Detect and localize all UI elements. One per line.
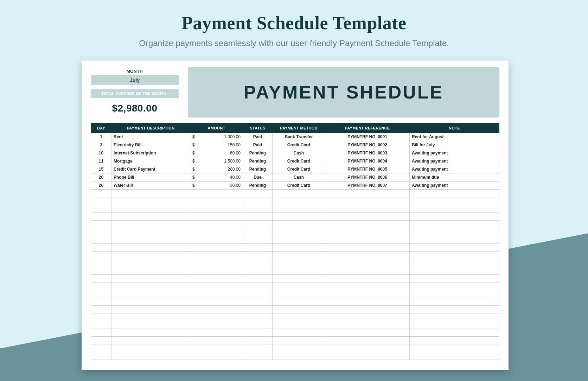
- cell-day: 1: [91, 133, 111, 141]
- cell-amount: $60.00: [190, 149, 243, 157]
- th-description: PAYMENT DESCRIPTION: [111, 123, 190, 133]
- cell-method: Cash: [273, 173, 325, 182]
- cell-reference: PYMNTRF NO. 0004: [325, 157, 410, 165]
- table-row-empty: [91, 213, 499, 221]
- table-row: 20Phone Bill$40.00DueCashPYMNTRF NO. 000…: [91, 173, 499, 182]
- table-row-empty: [91, 228, 499, 236]
- stage: Payment Schedule Template Organize payme…: [0, 0, 588, 381]
- payment-table: DAY PAYMENT DESCRIPTION AMOUNT STATUS PA…: [91, 123, 499, 360]
- table-row-empty: [91, 282, 499, 290]
- cell-note: Awaiting payment: [410, 157, 499, 165]
- month-value: July: [91, 75, 179, 85]
- table-row-empty: [91, 337, 499, 344]
- th-note: NOTE: [410, 123, 499, 133]
- table-row: 10Internet Subscription$60.00PendingCash…: [91, 149, 499, 157]
- cell-description: Water Bill: [111, 182, 190, 190]
- table-row-empty: [91, 275, 499, 282]
- cell-note: Awaiting payment: [410, 182, 499, 190]
- cell-note: Rent for August: [410, 133, 499, 141]
- table-row-empty: [91, 298, 499, 306]
- cell-reference: PYMNTRF NO. 0001: [325, 133, 410, 141]
- cell-reference: PYMNTRF NO. 0006: [325, 173, 410, 182]
- cell-description: Phone Bill: [111, 173, 190, 182]
- cell-description: Rent: [111, 133, 190, 141]
- table-row-empty: [91, 205, 499, 213]
- cell-method: Credit Card: [273, 157, 325, 165]
- table-row-empty: [91, 197, 499, 205]
- table-row: 15Credit Card Payment$200.00PendingCredi…: [91, 165, 499, 173]
- cell-status: Pending: [243, 182, 273, 190]
- total-value: $2,980.00: [91, 98, 179, 118]
- cell-status: Pending: [243, 149, 273, 157]
- table-row-empty: [91, 313, 499, 321]
- cell-day: 20: [91, 173, 111, 182]
- cell-status: Paid: [243, 141, 273, 149]
- table-row-empty: [91, 290, 499, 298]
- table-row-empty: [91, 259, 499, 267]
- cell-day: 15: [91, 165, 111, 173]
- cell-method: Credit Card: [273, 165, 325, 173]
- th-method: PAYMENT METHOD: [273, 123, 325, 133]
- th-day: DAY: [91, 123, 111, 133]
- cell-method: Cash: [273, 149, 325, 157]
- cell-method: Credit Card: [273, 141, 325, 149]
- cell-amount: $150.00: [190, 141, 243, 149]
- table-row-empty: [91, 236, 499, 244]
- th-status: STATUS: [243, 123, 273, 133]
- spreadsheet-card: MONTH July TOTAL EXPENSE OF THE MONTH: $…: [82, 61, 509, 370]
- table-row-empty: [91, 321, 499, 329]
- cell-description: Mortgage: [111, 157, 190, 165]
- table-body: 1Rent$1,000.00PaidBank TransferPYMNTRF N…: [91, 133, 499, 360]
- cell-status: Due: [243, 173, 273, 182]
- cell-status: Pending: [243, 165, 273, 173]
- total-label: TOTAL EXPENSE OF THE MONTH:: [91, 89, 179, 98]
- table-row: 11Mortgage$1,500.00PendingCredit CardPYM…: [91, 157, 499, 165]
- table-row-empty: [91, 252, 499, 259]
- page-header: Payment Schedule Template Organize payme…: [0, 0, 588, 48]
- table-row: 3Electricity Bill$150.00PaidCredit CardP…: [91, 141, 499, 149]
- th-reference: PAYMENT REFERENCE: [325, 123, 410, 133]
- cell-description: Electricity Bill: [111, 141, 190, 149]
- cell-reference: PYMNTRF NO. 0003: [325, 149, 410, 157]
- sheet-title: PAYMENT SHEDULE: [244, 82, 444, 103]
- cell-amount: $1,000.00: [190, 133, 243, 141]
- table-row-empty: [91, 329, 499, 337]
- cell-note: Minimum due: [410, 173, 499, 182]
- cell-amount: $30.00: [190, 182, 243, 190]
- summary-block: MONTH July TOTAL EXPENSE OF THE MONTH: $…: [91, 67, 179, 118]
- cell-method: Credit Card: [273, 182, 325, 190]
- cell-status: Paid: [243, 133, 273, 141]
- sheet-title-block: PAYMENT SHEDULE: [188, 67, 499, 118]
- cell-description: Internet Subscription: [111, 149, 190, 157]
- month-label: MONTH: [91, 67, 179, 75]
- cell-reference: PYMNTRF NO. 0002: [325, 141, 410, 149]
- cell-day: 26: [91, 182, 111, 190]
- cell-amount: $200.00: [190, 165, 243, 173]
- cell-amount: $40.00: [190, 173, 243, 182]
- table-row-empty: [91, 190, 499, 197]
- cell-day: 11: [91, 157, 111, 165]
- table-row: 26Water Bill$30.00PendingCredit CardPYMN…: [91, 182, 499, 190]
- cell-note: Bill for July: [410, 141, 499, 149]
- cell-day: 10: [91, 149, 111, 157]
- cell-note: Awaiting payment: [410, 165, 499, 173]
- table-row-empty: [91, 306, 499, 313]
- cell-reference: PYMNTRF NO. 0007: [325, 182, 410, 190]
- cell-method: Bank Transfer: [273, 133, 325, 141]
- page-subtitle: Organize payments seamlessly with our us…: [0, 38, 588, 48]
- cell-note: Awaiting payment: [410, 149, 499, 157]
- table-row-empty: [91, 221, 499, 228]
- table-row-empty: [91, 344, 499, 352]
- cell-amount: $1,500.00: [190, 157, 243, 165]
- sheet-header-band: MONTH July TOTAL EXPENSE OF THE MONTH: $…: [91, 67, 499, 118]
- th-amount: AMOUNT: [190, 123, 243, 133]
- cell-status: Pending: [243, 157, 273, 165]
- table-row-empty: [91, 352, 499, 360]
- page-title: Payment Schedule Template: [0, 13, 588, 33]
- table-row-empty: [91, 244, 499, 252]
- cell-description: Credit Card Payment: [111, 165, 190, 173]
- table-row-empty: [91, 267, 499, 275]
- cell-reference: PYMNTRF NO. 0005: [325, 165, 410, 173]
- cell-day: 3: [91, 141, 111, 149]
- table-header: DAY PAYMENT DESCRIPTION AMOUNT STATUS PA…: [91, 123, 499, 133]
